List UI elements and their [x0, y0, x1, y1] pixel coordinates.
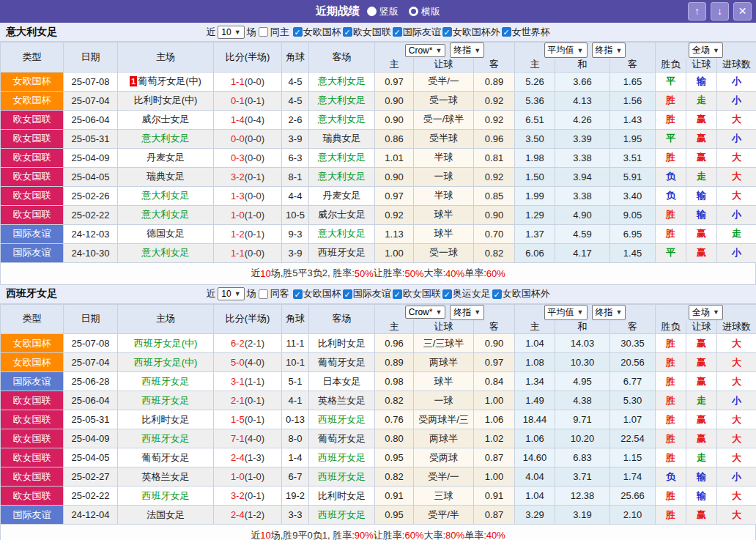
corner-cell: 6-7	[282, 467, 309, 487]
corner-cell: 4-5	[282, 91, 309, 110]
match-row: 国际友谊24-10-30意大利女足1-1(0-0)3-9西班牙女足1.00受一球…	[1, 243, 756, 262]
halftime-score: (0-0)	[245, 133, 264, 144]
match-count-select[interactable]: 10▼	[218, 287, 244, 300]
league-filter-checkbox[interactable]: ✓	[393, 289, 402, 299]
away-odds-cell: 0.87	[474, 506, 515, 525]
result-wdl-cell: 胜	[656, 410, 686, 429]
date-cell: 24-10-30	[64, 243, 118, 262]
fulltime-select[interactable]: 全场▼	[689, 42, 723, 58]
fulltime-select[interactable]: 全场▼	[689, 305, 723, 320]
handicap-cell: 受两球半/三	[414, 410, 474, 429]
home-odds-cell: 0.82	[375, 391, 414, 410]
avg-away-cell: 6.77	[610, 372, 656, 391]
result-handicap-cell: 走	[686, 391, 717, 410]
table-body: 女欧国杯25-07-08西班牙女足(中)6-2(2-1)11-1比利时女足0.9…	[1, 334, 756, 525]
scroll-up-button[interactable]: ↑	[688, 2, 706, 21]
match-row: 欧女国联25-04-05瑞典女足3-2(0-1)8-1意大利女足0.90一球0.…	[1, 167, 756, 186]
away-odds-cell: 1.02	[474, 429, 515, 448]
corner-cell: 8-0	[282, 429, 309, 448]
match-row: 欧女国联25-02-22意大利女足1-0(1-0)10-5威尔士女足0.92球半…	[1, 205, 756, 224]
away-odds-cell: 0.90	[474, 205, 515, 224]
league-filter-checkbox[interactable]: ✓	[442, 289, 452, 299]
avg-home-cell: 14.60	[515, 448, 555, 467]
avg-away-cell: 1.65	[610, 72, 656, 91]
league-filter-checkbox[interactable]: ✓	[293, 27, 303, 37]
odds-time-select[interactable]: 终指▼	[450, 42, 484, 58]
away-odds-cell: 0.81	[474, 148, 515, 167]
fulltime-score: 2-4	[231, 452, 245, 463]
handicap-cell: 受半/一	[414, 467, 474, 487]
avg-home-cell: 1.04	[515, 487, 555, 506]
scroll-down-button[interactable]: ↓	[711, 2, 729, 21]
team-name-text: 葡萄牙女足	[318, 357, 366, 368]
same-venue-checkbox[interactable]	[259, 27, 268, 37]
league-filter-item: ✓奥运女足	[442, 287, 491, 300]
match-count-select[interactable]: 10▼	[218, 26, 244, 39]
average-select[interactable]: 平均值▼	[544, 42, 588, 58]
summary-text: 50%	[355, 268, 374, 279]
avg-time-select[interactable]: 终指▼	[592, 305, 626, 320]
result-goals-cell: 大	[717, 410, 756, 429]
chevron-down-icon: ▼	[577, 308, 584, 316]
team-name-text: 丹麦女足	[147, 152, 185, 163]
league-filter-checkbox[interactable]: ✓	[492, 289, 502, 299]
rank-badge: 1	[130, 76, 137, 86]
bookmaker-select[interactable]: Crow*▼	[405, 44, 446, 57]
league-filter-checkbox[interactable]: ✓	[393, 27, 402, 37]
average-select[interactable]: 平均值▼	[544, 305, 588, 320]
result-handicap-cell: 赢	[686, 129, 717, 148]
league-cell: 国际友谊	[1, 506, 64, 525]
league-filter-item: ✓欧女国联	[343, 26, 391, 39]
avg-time-select[interactable]: 终指▼	[592, 42, 626, 58]
league-filter-checkbox[interactable]: ✓	[343, 27, 352, 37]
odds-time-select[interactable]: 终指▼	[450, 305, 484, 320]
avg-draw-cell: 3.66	[555, 72, 610, 91]
league-filter-checkbox[interactable]: ✓	[293, 289, 303, 299]
radio-selected-icon[interactable]	[367, 7, 377, 16]
league-cell: 欧女国联	[1, 110, 64, 129]
filter-row: 西班牙女足 近 10▼ 场 同客 ✓女欧国杯✓国际友谊✓欧女国联✓奥运女足✓女欧…	[0, 285, 756, 304]
team-name-text: 意大利女足	[318, 228, 366, 239]
radio-horizontal[interactable]: 横版	[409, 5, 440, 18]
date-cell: 25-02-22	[64, 205, 118, 224]
radio-unselected-icon[interactable]	[409, 7, 418, 16]
match-count-value: 10	[221, 27, 231, 37]
avg-draw-cell: 4.59	[555, 224, 610, 243]
games-label: 场	[247, 26, 256, 39]
league-filter-checkbox[interactable]: ✓	[502, 27, 511, 37]
league-filter-label: 欧女国联	[403, 287, 441, 300]
date-cell: 25-07-04	[64, 91, 118, 110]
result-wdl-cell: 胜	[656, 110, 686, 129]
team-name-text: 英格兰女足	[142, 471, 190, 482]
result-wdl-cell: 胜	[656, 205, 686, 224]
result-goals-cell: 大	[717, 372, 756, 391]
away-team-cell: 葡萄牙女足	[309, 353, 375, 372]
chevron-down-icon: ▼	[234, 290, 241, 297]
match-row: 欧女国联25-05-31意大利女足0-0(0-0)3-9瑞典女足0.86受半球0…	[1, 129, 756, 148]
result-handicap-cell: 赢	[686, 506, 717, 525]
team-name-text: 意大利女足	[142, 209, 190, 220]
score-cell: 1-3(0-0)	[214, 186, 282, 205]
team-name-text: 西班牙女足(中)	[134, 338, 198, 349]
close-button[interactable]: ✕	[733, 2, 752, 21]
team-name-text: 意大利女足	[142, 190, 190, 201]
avg-away-cell: 22.54	[610, 429, 656, 448]
bookmaker-select[interactable]: Crow*▼	[405, 306, 446, 319]
avg-away-cell: 6.95	[610, 224, 656, 243]
avg-home-cell: 1.08	[515, 353, 555, 372]
away-team-cell: 西班牙女足	[309, 243, 375, 262]
home-team-cell: 西班牙女足	[118, 429, 214, 448]
col-avg-draw: 和	[555, 320, 610, 334]
league-cell: 欧女国联	[1, 167, 64, 186]
radio-vertical[interactable]: 竖版	[367, 5, 399, 18]
result-wdl-cell: 胜	[656, 224, 686, 243]
chevron-down-icon: ▼	[474, 308, 481, 316]
match-row: 女欧国杯25-07-04西班牙女足(中)5-0(4-0)10-1葡萄牙女足0.8…	[1, 353, 756, 372]
league-filter-checkbox[interactable]: ✓	[442, 27, 452, 37]
summary-text: 40%	[445, 268, 464, 279]
league-filter-checkbox[interactable]: ✓	[343, 289, 352, 299]
match-row: 欧女国联25-02-27英格兰女足1-0(1-0)6-7西班牙女足0.82受半/…	[1, 467, 756, 487]
same-venue-checkbox[interactable]	[259, 289, 268, 299]
col-result-goals: 进球数	[717, 58, 756, 72]
summary-text: 近	[251, 529, 260, 540]
